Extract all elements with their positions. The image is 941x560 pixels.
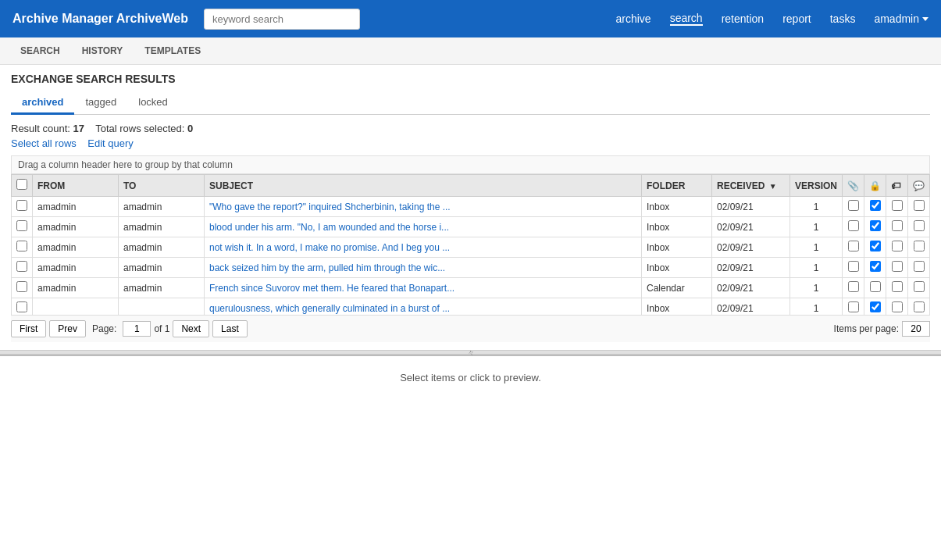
row-comment-checkbox[interactable] — [914, 200, 925, 211]
tab-locked[interactable]: locked — [127, 91, 179, 115]
row-tag-checkbox[interactable] — [892, 301, 903, 312]
col-version[interactable]: VERSION — [790, 175, 842, 197]
row-tag-cell[interactable] — [886, 217, 908, 237]
row-checkbox-cell[interactable] — [12, 237, 33, 258]
row-subject[interactable]: not wish it. In a word, I make no promis… — [205, 237, 642, 258]
select-all-rows-link[interactable]: Select all rows — [11, 137, 77, 149]
row-comment-cell[interactable] — [908, 237, 930, 258]
row-comment-checkbox[interactable] — [914, 241, 925, 251]
row-checkbox[interactable] — [16, 281, 27, 292]
row-lock-cell[interactable] — [864, 298, 886, 316]
row-attach-cell[interactable] — [843, 278, 864, 298]
first-page-button[interactable]: First — [11, 320, 46, 337]
row-lock-checkbox[interactable] — [870, 261, 881, 272]
col-received[interactable]: RECEIVED ▼ — [711, 175, 790, 197]
row-tag-cell[interactable] — [886, 278, 908, 298]
nav-report[interactable]: report — [782, 12, 811, 25]
nav-archive[interactable]: archive — [615, 12, 651, 25]
row-lock-cell[interactable] — [864, 278, 886, 298]
row-tag-cell[interactable] — [886, 237, 908, 258]
row-comment-cell[interactable] — [908, 258, 930, 278]
table-row[interactable]: querulousness, which generally culminate… — [12, 298, 930, 316]
nav-retention[interactable]: retention — [722, 12, 764, 25]
row-checkbox-cell[interactable] — [12, 278, 33, 298]
table-row[interactable]: amadminamadminnot wish it. In a word, I … — [12, 237, 930, 258]
row-comment-cell[interactable] — [908, 217, 930, 237]
row-subject[interactable]: "Who gave the report?" inquired Shcherbi… — [205, 197, 642, 217]
nav-tasks[interactable]: tasks — [830, 12, 856, 25]
nav-amadmin[interactable]: amadmin — [874, 12, 929, 25]
table-row[interactable]: amadminamadminFrench since Suvorov met t… — [12, 278, 930, 298]
row-comment-checkbox[interactable] — [914, 301, 925, 312]
row-checkbox-cell[interactable] — [12, 258, 33, 278]
row-comment-cell[interactable] — [908, 278, 930, 298]
row-attach-cell[interactable] — [843, 197, 864, 217]
row-lock-checkbox[interactable] — [870, 241, 881, 251]
row-comment-checkbox[interactable] — [914, 220, 925, 231]
prev-page-button[interactable]: Prev — [49, 320, 86, 337]
table-row[interactable]: amadminamadmin"Who gave the report?" inq… — [12, 197, 930, 217]
row-comment-cell[interactable] — [908, 197, 930, 217]
row-subject[interactable]: back seized him by the arm, pulled him t… — [205, 258, 642, 278]
row-attach-checkbox[interactable] — [848, 281, 859, 292]
row-attach-cell[interactable] — [843, 298, 864, 316]
col-from[interactable]: FROM — [33, 175, 119, 197]
row-attach-checkbox[interactable] — [848, 241, 859, 251]
row-tag-checkbox[interactable] — [892, 200, 903, 211]
table-row[interactable]: amadminamadminblood under his arm. "No, … — [12, 217, 930, 237]
row-tag-cell[interactable] — [886, 258, 908, 278]
row-lock-checkbox[interactable] — [870, 220, 881, 231]
row-tag-checkbox[interactable] — [892, 220, 903, 231]
col-subject[interactable]: SUBJECT — [205, 175, 642, 197]
col-attach[interactable]: 📎 — [843, 175, 864, 197]
row-lock-cell[interactable] — [864, 258, 886, 278]
table-row[interactable]: amadminamadminback seized him by the arm… — [12, 258, 930, 278]
edit-query-link[interactable]: Edit query — [87, 137, 134, 149]
subnav-search[interactable]: SEARCH — [9, 37, 71, 64]
row-lock-checkbox[interactable] — [870, 281, 881, 292]
tab-archived[interactable]: archived — [11, 91, 74, 115]
row-lock-cell[interactable] — [864, 197, 886, 217]
col-tag[interactable]: 🏷 — [886, 175, 908, 197]
row-subject[interactable]: blood under his arm. "No, I am wounded a… — [205, 217, 642, 237]
row-lock-checkbox[interactable] — [870, 301, 881, 312]
row-comment-checkbox[interactable] — [914, 281, 925, 292]
keyword-search-input[interactable] — [204, 9, 360, 30]
items-per-page-input[interactable] — [902, 321, 930, 337]
row-comment-checkbox[interactable] — [914, 261, 925, 272]
nav-search[interactable]: search — [670, 12, 703, 26]
row-attach-cell[interactable] — [843, 217, 864, 237]
row-checkbox[interactable] — [16, 220, 27, 231]
row-attach-checkbox[interactable] — [848, 301, 859, 312]
col-comment[interactable]: 💬 — [908, 175, 930, 197]
row-lock-cell[interactable] — [864, 237, 886, 258]
row-attach-cell[interactable] — [843, 258, 864, 278]
row-tag-checkbox[interactable] — [892, 241, 903, 251]
row-checkbox-cell[interactable] — [12, 197, 33, 217]
page-number-input[interactable] — [123, 321, 151, 337]
row-attach-checkbox[interactable] — [848, 220, 859, 231]
row-tag-checkbox[interactable] — [892, 281, 903, 292]
row-lock-cell[interactable] — [864, 217, 886, 237]
row-checkbox[interactable] — [16, 301, 27, 312]
subnav-templates[interactable]: TEMPLATES — [134, 37, 212, 64]
row-attach-checkbox[interactable] — [848, 261, 859, 272]
row-attach-cell[interactable] — [843, 237, 864, 258]
row-tag-cell[interactable] — [886, 298, 908, 316]
results-table-wrapper[interactable]: FROM TO SUBJECT FOLDER RECEIVED ▼ VERSIO… — [11, 174, 930, 315]
subnav-history[interactable]: HISTORY — [71, 37, 134, 64]
row-checkbox-cell[interactable] — [12, 298, 33, 316]
row-subject[interactable]: French since Suvorov met them. He feared… — [205, 278, 642, 298]
row-checkbox[interactable] — [16, 200, 27, 211]
row-lock-checkbox[interactable] — [870, 200, 881, 211]
row-subject[interactable]: querulousness, which generally culminate… — [205, 298, 642, 316]
row-tag-checkbox[interactable] — [892, 261, 903, 272]
row-comment-cell[interactable] — [908, 298, 930, 316]
select-all-checkbox-col[interactable] — [12, 175, 33, 197]
row-checkbox-cell[interactable] — [12, 217, 33, 237]
row-checkbox[interactable] — [16, 261, 27, 272]
row-attach-checkbox[interactable] — [848, 200, 859, 211]
col-to[interactable]: TO — [119, 175, 205, 197]
tab-tagged[interactable]: tagged — [74, 91, 127, 115]
col-lock[interactable]: 🔒 — [864, 175, 886, 197]
